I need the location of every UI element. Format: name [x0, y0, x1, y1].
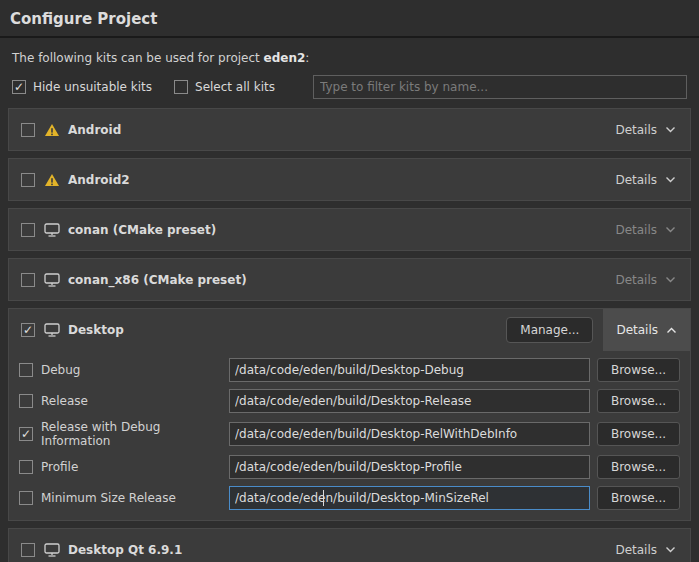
path-wrap	[229, 358, 590, 382]
kit-name: Android2	[68, 173, 130, 187]
kit-filter-input[interactable]	[313, 75, 687, 99]
config-checkbox[interactable]	[19, 394, 33, 408]
details-button-disabled: Details	[601, 209, 690, 250]
chevron-down-icon	[665, 126, 676, 133]
project-name: eden2	[264, 51, 306, 65]
select-all-kits-option[interactable]: Select all kits	[174, 80, 275, 94]
kit-name: Desktop	[68, 323, 124, 337]
manage-button[interactable]: Manage...	[506, 317, 593, 343]
intro-text: The following kits can be used for proje…	[12, 51, 687, 65]
details-label: Details	[615, 543, 657, 557]
details-label: Details	[615, 223, 657, 237]
build-config-row-profile: Profile Browse...	[19, 455, 680, 479]
kit-checkbox[interactable]	[21, 173, 35, 187]
text-caret	[323, 490, 324, 506]
select-all-label: Select all kits	[195, 80, 275, 94]
config-checkbox[interactable]	[19, 460, 33, 474]
warning-icon	[44, 123, 60, 137]
desktop-icon	[44, 543, 60, 557]
kit-row-conan-x86: conan_x86 (CMake preset) Details	[8, 258, 691, 301]
kit-checkbox[interactable]: ✓	[21, 323, 35, 337]
details-button[interactable]: Details	[601, 159, 690, 200]
kit-checkbox[interactable]	[21, 223, 35, 237]
build-dir-input-debug[interactable]	[229, 358, 590, 382]
config-label: Minimum Size Release	[41, 491, 229, 505]
config-checkbox[interactable]: ✓	[19, 427, 33, 441]
build-config-row-relwithdebinfo: ✓ Release with Debug Information Browse.…	[19, 420, 680, 448]
chevron-up-icon	[666, 327, 677, 334]
hide-unsuitable-label: Hide unsuitable kits	[33, 80, 152, 94]
kit-row-desktop: ✓ Desktop Manage... Details	[9, 309, 690, 351]
build-dir-input-relwithdebinfo[interactable]	[229, 422, 590, 446]
chevron-down-icon	[665, 546, 676, 553]
build-config-row-debug: Debug Browse...	[19, 358, 680, 382]
chevron-down-icon	[665, 276, 676, 283]
select-all-checkbox[interactable]	[174, 80, 188, 94]
desktop-icon	[44, 273, 60, 287]
path-wrap	[229, 389, 590, 413]
details-button[interactable]: Details	[601, 109, 690, 150]
path-wrap-focused	[229, 486, 590, 510]
desktop-icon	[44, 223, 60, 237]
details-button[interactable]: Details	[603, 309, 690, 351]
kit-checkbox[interactable]	[21, 273, 35, 287]
details-label: Details	[615, 173, 657, 187]
config-label: Profile	[41, 460, 229, 474]
kit-row-android2: Android2 Details	[8, 158, 691, 201]
build-config-row-release: Release Browse...	[19, 389, 680, 413]
title-separator	[0, 36, 699, 38]
details-label: Details	[615, 273, 657, 287]
build-dir-input-profile[interactable]	[229, 455, 590, 479]
desktop-icon	[44, 323, 60, 337]
build-dir-input-minsizerel[interactable]	[229, 486, 590, 510]
browse-button[interactable]: Browse...	[597, 358, 680, 382]
chevron-down-icon	[665, 176, 676, 183]
details-label: Details	[615, 123, 657, 137]
kit-name: conan (CMake preset)	[68, 223, 216, 237]
kit-panel-desktop: ✓ Desktop Manage... Details Debug Browse…	[8, 308, 691, 521]
config-label: Release	[41, 394, 229, 408]
kit-row-android: Android Details	[8, 108, 691, 151]
config-label: Release with Debug Information	[41, 420, 229, 448]
kit-filter-toolbar: ✓ Hide unsuitable kits Select all kits	[12, 75, 687, 99]
build-dir-input-release[interactable]	[229, 389, 590, 413]
kit-name: conan_x86 (CMake preset)	[68, 273, 247, 287]
intro-suffix: :	[305, 51, 309, 65]
page-title: Configure Project	[0, 0, 699, 36]
kit-row-conan: conan (CMake preset) Details	[8, 208, 691, 251]
hide-unsuitable-checkbox[interactable]: ✓	[12, 80, 26, 94]
details-button[interactable]: Details	[601, 529, 690, 562]
kit-filter-wrap	[313, 75, 687, 99]
hide-unsuitable-kits-option[interactable]: ✓ Hide unsuitable kits	[12, 80, 152, 94]
kit-name: Android	[68, 123, 121, 137]
kit-name: Desktop Qt 6.9.1	[68, 543, 182, 557]
chevron-down-icon	[665, 226, 676, 233]
config-checkbox[interactable]	[19, 491, 33, 505]
details-label: Details	[616, 323, 658, 337]
browse-button[interactable]: Browse...	[597, 389, 680, 413]
kit-checkbox[interactable]	[21, 543, 35, 557]
browse-button[interactable]: Browse...	[597, 455, 680, 479]
config-checkbox[interactable]	[19, 363, 33, 377]
build-config-row-minsizerel: Minimum Size Release Browse...	[19, 486, 680, 510]
kit-checkbox[interactable]	[21, 123, 35, 137]
warning-icon	[44, 173, 60, 187]
kit-row-desktop-qt: Desktop Qt 6.9.1 Details	[8, 528, 691, 562]
browse-button[interactable]: Browse...	[597, 422, 680, 446]
browse-button[interactable]: Browse...	[597, 486, 680, 510]
details-button-disabled: Details	[601, 259, 690, 300]
intro-prefix: The following kits can be used for proje…	[12, 51, 264, 65]
path-wrap	[229, 455, 590, 479]
config-label: Debug	[41, 363, 229, 377]
kit-list: Android Details Android2 Details conan (…	[0, 108, 699, 562]
path-wrap	[229, 422, 590, 446]
